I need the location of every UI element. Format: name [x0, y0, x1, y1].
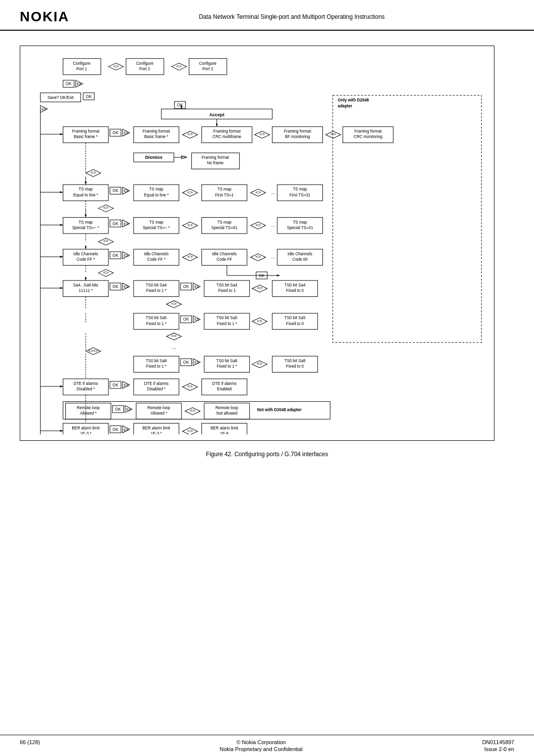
svg-text:Not with D2048 adapter: Not with D2048 adapter: [257, 408, 302, 412]
svg-text:First TS=31: First TS=31: [290, 193, 311, 197]
svg-text:Framing format: Framing format: [142, 129, 170, 134]
svg-text:<>: <>: [257, 285, 263, 290]
svg-text:EX: EX: [194, 285, 199, 289]
svg-text:1E-3          *: 1E-3 *: [151, 431, 162, 434]
svg-text:<>: <>: [256, 254, 261, 259]
svg-text:Equal to line  *: Equal to line *: [144, 193, 169, 197]
svg-text:Special TS=31: Special TS=31: [287, 226, 313, 230]
page-number: 66 (128): [20, 739, 40, 745]
svg-text:Fixed to 0: Fixed to 0: [286, 364, 304, 369]
svg-text:<>: <>: [187, 190, 193, 195]
svg-text:<>: <>: [256, 223, 261, 228]
svg-text:Code FF     *: Code FF *: [77, 257, 95, 262]
svg-text:OK: OK: [115, 407, 121, 412]
svg-text:TS map: TS map: [293, 187, 307, 191]
svg-text:Fixed to 1    *: Fixed to 1 *: [217, 364, 237, 369]
svg-text:EX: EX: [77, 82, 82, 86]
svg-text:Port 3: Port 3: [202, 67, 213, 71]
svg-text:Special TS=01: Special TS=01: [211, 226, 237, 230]
svg-text:Not allowed: Not allowed: [217, 411, 238, 416]
svg-text:OK: OK: [183, 284, 189, 289]
svg-text:DTE if alarms: DTE if alarms: [144, 381, 168, 386]
svg-text:Configure: Configure: [136, 61, 154, 66]
svg-text:DTE if alarms: DTE if alarms: [74, 381, 98, 386]
svg-text:OK: OK: [113, 222, 119, 226]
svg-text:<>: <>: [103, 270, 109, 275]
svg-text:BER alarm limit: BER alarm limit: [72, 426, 100, 430]
svg-text:Remote loop: Remote loop: [216, 406, 239, 410]
svg-text:Fixed to 0: Fixed to 0: [286, 322, 304, 326]
svg-text:Basic frame    *: Basic frame *: [74, 135, 98, 139]
svg-text:OK: OK: [113, 383, 119, 387]
svg-text:Equal to line  *: Equal to line *: [73, 193, 98, 197]
svg-text:Framing format: Framing format: [72, 129, 100, 134]
svg-text:OK: OK: [177, 103, 183, 107]
svg-text:Remote loop: Remote loop: [77, 406, 100, 410]
svg-text:<><>: <><>: [88, 348, 98, 353]
svg-text:Idle Channels: Idle Channels: [288, 252, 312, 256]
svg-text:Save? OK/Exit: Save? OK/Exit: [47, 95, 74, 100]
svg-text:Idle Channels: Idle Channels: [144, 252, 169, 256]
svg-text:...: ...: [271, 254, 275, 259]
svg-text:EX: EX: [124, 131, 129, 135]
svg-text:OK: OK: [86, 94, 92, 99]
svg-text:Framing format: Framing format: [202, 155, 229, 160]
svg-text:TS0 bit Sa8: TS0 bit Sa8: [284, 359, 306, 363]
svg-text:TS map: TS map: [293, 220, 307, 225]
svg-text:CRC monitoring: CRC monitoring: [354, 135, 382, 139]
svg-text:Special TS=-- *: Special TS=-- *: [72, 226, 100, 230]
svg-text:Fixed to 1    *: Fixed to 1 *: [217, 322, 237, 326]
svg-text:DTE if alarms: DTE if alarms: [212, 381, 236, 386]
svg-text:Fixed to 0: Fixed to 0: [286, 288, 304, 293]
svg-text:<>: <>: [257, 361, 263, 366]
svg-text:<>: <>: [260, 132, 265, 137]
svg-text:BF monitoring: BF monitoring: [285, 135, 310, 139]
svg-text:adapter: adapter: [338, 104, 353, 108]
svg-text:1E-6: 1E-6: [220, 431, 229, 434]
svg-text:Framing format: Framing format: [213, 129, 241, 134]
svg-text:TS map: TS map: [79, 220, 93, 225]
svg-text:<>: <>: [187, 428, 193, 433]
svg-text:<>: <>: [256, 190, 261, 195]
svg-text:OK: OK: [259, 274, 265, 278]
svg-text:<>: <>: [171, 333, 177, 338]
svg-text:<>: <>: [90, 170, 96, 175]
svg-text:Fixed to 1    *: Fixed to 1 *: [146, 364, 167, 369]
svg-text:EX: EX: [124, 222, 129, 226]
svg-text:Code 00: Code 00: [292, 257, 308, 262]
svg-text:TS0 bit Sa4: TS0 bit Sa4: [284, 283, 306, 287]
svg-text:EX: EX: [194, 318, 199, 322]
footer-right: DN01145897 Issue 2-0 en: [482, 739, 514, 752]
svg-text:EX: EX: [126, 408, 131, 412]
svg-text:<>: <>: [113, 64, 119, 69]
svg-text:OK: OK: [113, 131, 119, 135]
svg-text:Special TS=-- *: Special TS=-- *: [143, 226, 171, 230]
svg-text:Framing format: Framing format: [355, 129, 382, 134]
svg-text:TS0 bit Sa4: TS0 bit Sa4: [146, 283, 167, 287]
svg-text:EX: EX: [194, 361, 199, 365]
svg-text:OK: OK: [66, 82, 72, 86]
svg-text:Port 1: Port 1: [76, 67, 87, 71]
footer-left: 66 (128): [20, 739, 40, 752]
svg-text:Port 2: Port 2: [139, 67, 150, 71]
svg-text:EX: EX: [42, 107, 46, 111]
svg-text:Fixed to 1    *: Fixed to 1 *: [146, 288, 167, 293]
issue-number: Issue 2-0 en: [484, 746, 514, 752]
svg-text:Accept: Accept: [209, 112, 224, 117]
svg-text:Dismiss: Dismiss: [145, 155, 162, 160]
svg-text:Allowed     *: Allowed *: [80, 411, 97, 416]
svg-text:Code FF     *: Code FF *: [147, 257, 166, 262]
svg-text:Fixed to 1    *: Fixed to 1 *: [146, 322, 167, 326]
svg-text:...: ...: [271, 223, 275, 228]
svg-text:OK: OK: [183, 360, 189, 365]
svg-text:TS map: TS map: [217, 220, 231, 225]
svg-text:EX: EX: [124, 383, 129, 387]
figure-caption: Figure 42. Configuring ports / G.704 int…: [20, 451, 514, 458]
svg-text:Idle Channels: Idle Channels: [212, 252, 237, 256]
svg-text:OK: OK: [113, 427, 119, 432]
svg-text:EX: EX: [124, 254, 129, 258]
svg-text:TS map: TS map: [149, 187, 164, 191]
svg-text:Disabled     *: Disabled *: [77, 387, 95, 391]
svg-text:Basic frame    *: Basic frame *: [144, 135, 169, 139]
nokia-logo: NOKIA: [20, 9, 69, 25]
